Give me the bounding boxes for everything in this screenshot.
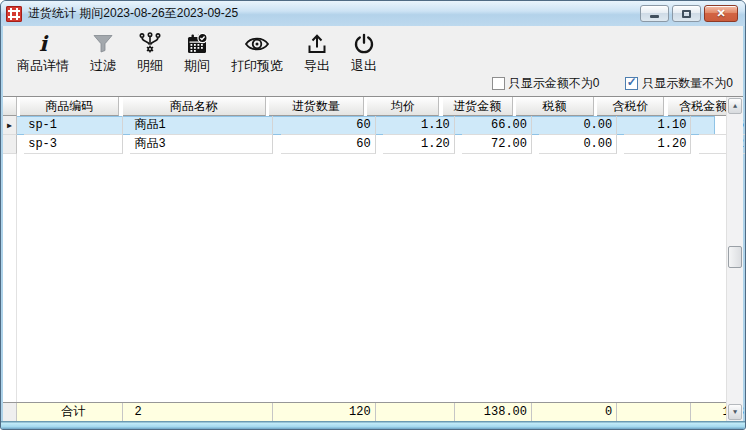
cell-purchase-qty[interactable]: 60: [281, 135, 376, 154]
footer-row-count: 2: [130, 403, 273, 422]
column-header-product-code[interactable]: 商品编码: [20, 97, 119, 116]
scroll-down-button[interactable]: ▼: [728, 404, 742, 420]
column-header-purchase-amount[interactable]: 进货金额: [443, 97, 513, 116]
minimize-button[interactable]: [640, 5, 669, 22]
footer-total-label: 合计: [24, 403, 123, 422]
checkbox-checked-icon: ✓: [625, 77, 638, 90]
selected-row-arrow-icon: ▶: [7, 121, 12, 130]
scroll-up-button[interactable]: ▲: [728, 98, 742, 114]
cell-purchase-amount[interactable]: 66.00: [462, 116, 532, 135]
grid-header-row: 商品编码 商品名称 进货数量 均价 进货金额 税额 含税价 含税金额: [3, 97, 743, 116]
cell-tax-incl-price[interactable]: 1.10: [624, 116, 691, 135]
cell-tax-amount[interactable]: 0.00: [539, 135, 617, 154]
cell-product-code[interactable]: sp-3: [24, 135, 123, 154]
tool-label: 导出: [304, 57, 330, 75]
product-details-button[interactable]: i 商品详情: [9, 29, 77, 77]
cell-purchase-qty[interactable]: 60: [281, 116, 376, 135]
window-controls: ✕: [640, 5, 740, 22]
footer-tax-incl-price: [624, 403, 691, 422]
checkbox-show-qty-nonzero[interactable]: ✓ 只显示数量不为0: [625, 75, 733, 92]
maximize-icon: [682, 10, 691, 18]
filter-funnel-icon: [90, 31, 116, 57]
title-bar[interactable]: 进货统计 期间2023-08-26至2023-09-25 ✕: [1, 1, 745, 26]
scroll-up-icon: ▲: [733, 103, 737, 110]
print-preview-button[interactable]: 打印预览: [223, 29, 291, 77]
info-icon: i: [30, 31, 56, 57]
close-button[interactable]: ✕: [704, 5, 738, 22]
power-icon: [351, 31, 377, 57]
maximize-button[interactable]: [672, 5, 701, 22]
column-header-purchase-qty[interactable]: 进货数量: [269, 97, 364, 116]
footer-tax-total: 0: [539, 403, 617, 422]
tool-label: 退出: [351, 57, 377, 75]
column-header-product-name[interactable]: 商品名称: [123, 97, 266, 116]
window-title: 进货统计 期间2023-08-26至2023-09-25: [28, 5, 238, 22]
cell-purchase-amount[interactable]: 72.00: [462, 135, 532, 154]
checkbox-unchecked-icon: [492, 77, 505, 90]
scrollbar-thumb[interactable]: [728, 246, 742, 268]
footer-qty-total: 120: [281, 403, 376, 422]
column-header-tax-incl-price[interactable]: 含税价: [597, 97, 664, 116]
cell-product-name[interactable]: 商品1: [130, 116, 273, 135]
tool-label: 过滤: [90, 57, 116, 75]
tool-label: 打印预览: [231, 57, 283, 75]
footer-selector-cell: [3, 403, 17, 422]
vertical-scrollbar[interactable]: ▲ ▼: [726, 97, 743, 421]
tool-label: 期间: [184, 57, 210, 75]
selector-column-guide: [16, 154, 17, 402]
minimize-icon: [650, 15, 659, 18]
checkbox-label: 只显示金额不为0: [509, 75, 600, 92]
export-button[interactable]: 导出: [296, 29, 338, 77]
cell-avg-price[interactable]: 1.10: [383, 116, 455, 135]
export-up-arrow-icon: [304, 31, 330, 57]
purchase-stats-grid: 商品编码 商品名称 进货数量 均价 进货金额 税额 含税价 含税金额 ▶ sp-…: [3, 96, 743, 421]
close-icon: ✕: [716, 8, 725, 19]
tool-label: 明细: [137, 57, 163, 75]
table-row[interactable]: sp-3 商品3 60 1.20 72.00 0.00 1.20 72.00: [3, 135, 715, 154]
period-button[interactable]: 期间: [176, 29, 218, 77]
cell-product-code[interactable]: sp-1: [24, 116, 123, 135]
detail-button[interactable]: 明细: [129, 29, 171, 77]
cell-avg-price[interactable]: 1.20: [383, 135, 455, 154]
detail-branch-gear-icon: [137, 31, 163, 57]
eye-preview-icon: [244, 31, 270, 57]
selector-header-cell: [3, 97, 17, 116]
calendar-check-icon: [184, 31, 210, 57]
row-selector[interactable]: [3, 135, 17, 154]
column-header-avg-price[interactable]: 均价: [367, 97, 439, 116]
app-grid-icon[interactable]: [6, 6, 22, 22]
totals-row: 合计 2 120 138.00 0 138.00: [3, 402, 726, 421]
checkbox-label: 只显示数量不为0: [642, 75, 733, 92]
cell-tax-amount[interactable]: 0.00: [539, 116, 617, 135]
scroll-down-icon: ▼: [733, 409, 737, 416]
footer-avg-price: [383, 403, 455, 422]
checkbox-show-amount-nonzero[interactable]: 只显示金额不为0: [492, 75, 600, 92]
app-window: 进货统计 期间2023-08-26至2023-09-25 ✕ i 商品详情 过滤: [0, 0, 746, 430]
tool-label: 商品详情: [17, 57, 69, 75]
window-body: i 商品详情 过滤 明细: [3, 26, 743, 421]
window-bottom-edge: [1, 421, 745, 429]
table-row[interactable]: ▶ sp-1 商品1 60 1.10 66.00 0.00 1.10 66.00: [3, 116, 715, 135]
cell-product-name[interactable]: 商品3: [130, 135, 273, 154]
exit-button[interactable]: 退出: [343, 29, 385, 77]
row-selector[interactable]: ▶: [3, 116, 17, 135]
footer-amount-total: 138.00: [462, 403, 532, 422]
column-header-tax-amount[interactable]: 税额: [516, 97, 594, 116]
toolbar: i 商品详情 过滤 明细: [3, 26, 743, 71]
cell-tax-incl-price[interactable]: 1.20: [624, 135, 691, 154]
filter-button[interactable]: 过滤: [82, 29, 124, 77]
